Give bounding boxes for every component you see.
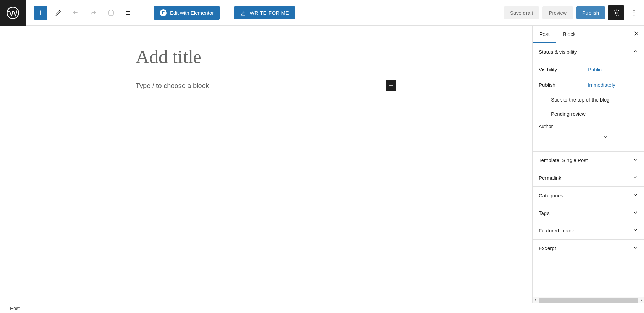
panel-status-body: Visibility Public Publish Immediately St…: [533, 61, 644, 151]
undo-icon: [72, 9, 80, 17]
info-icon: [107, 9, 115, 17]
chevron-down-icon: [632, 227, 638, 234]
kebab-icon: [630, 9, 638, 17]
chevron-down-icon: [632, 157, 638, 163]
visibility-label: Visibility: [539, 67, 588, 72]
editor-canvas: Type / to choose a block: [0, 26, 532, 303]
panel-excerpt[interactable]: Excerpt: [533, 239, 644, 257]
publish-label: Publish: [539, 82, 588, 88]
scroll-thumb[interactable]: [539, 298, 638, 303]
main-area: Type / to choose a block Post Block Stat…: [0, 26, 644, 303]
more-options-button[interactable]: [627, 6, 641, 20]
undo-button[interactable]: [69, 6, 83, 20]
author-select[interactable]: [539, 131, 611, 143]
chevron-down-icon: [632, 192, 638, 199]
redo-button[interactable]: [87, 6, 100, 20]
stick-top-row: Stick to the top of the blog: [539, 92, 638, 107]
pencil-underline-icon: [240, 10, 246, 16]
panel-categories-title: Categories: [539, 193, 563, 198]
list-icon: [125, 9, 132, 17]
default-block-row: Type / to choose a block: [136, 80, 396, 91]
chevron-down-icon: [632, 210, 638, 216]
elementor-icon: E: [160, 9, 167, 16]
svg-point-4: [634, 10, 635, 11]
panel-status-title: Status & visibility: [539, 49, 577, 55]
pending-review-row: Pending review: [539, 107, 638, 121]
write-label: WRITE FOR ME: [250, 10, 289, 16]
gear-icon: [613, 9, 620, 17]
details-button[interactable]: [104, 6, 118, 20]
panel-permalink-title: Permalink: [539, 175, 561, 181]
panel-status-visibility[interactable]: Status & visibility: [533, 43, 644, 61]
elementor-label: Edit with Elementor: [170, 10, 214, 16]
panel-featured-image[interactable]: Featured image: [533, 222, 644, 239]
pencil-icon: [55, 9, 62, 17]
tools-button[interactable]: [51, 6, 65, 20]
chevron-down-icon: [603, 135, 608, 139]
footer-breadcrumb: Post: [0, 303, 644, 313]
svg-point-6: [634, 14, 635, 15]
chevron-down-icon: [632, 175, 638, 181]
chevron-down-icon: [632, 245, 638, 251]
sidebar-horizontal-scrollbar[interactable]: ‹ ›: [533, 297, 644, 303]
visibility-row: Visibility Public: [539, 62, 638, 77]
write-for-me-button[interactable]: WRITE FOR ME: [234, 6, 295, 19]
pending-review-label: Pending review: [551, 111, 586, 117]
panel-excerpt-title: Excerpt: [539, 245, 556, 251]
save-draft-button[interactable]: Save draft: [504, 6, 539, 19]
toolbar-left: E Edit with Elementor WRITE FOR ME: [26, 6, 295, 20]
tab-post[interactable]: Post: [533, 26, 556, 43]
add-block-button[interactable]: [34, 6, 47, 20]
outline-button[interactable]: [122, 6, 135, 20]
scroll-left-arrow[interactable]: ‹: [533, 298, 538, 303]
sidebar-tabs: Post Block: [533, 26, 644, 43]
plus-icon: [37, 9, 44, 17]
post-title-input[interactable]: [136, 39, 396, 73]
svg-point-5: [634, 12, 635, 13]
stick-top-checkbox[interactable]: [539, 96, 546, 103]
save-draft-label: Save draft: [510, 10, 533, 16]
wordpress-logo[interactable]: [0, 0, 26, 26]
chevron-up-icon: [632, 49, 638, 55]
close-sidebar-button[interactable]: [628, 27, 644, 42]
publish-row: Publish Immediately: [539, 77, 638, 92]
panel-tags[interactable]: Tags: [533, 204, 644, 222]
panel-permalink[interactable]: Permalink: [533, 169, 644, 186]
preview-button[interactable]: Preview: [542, 6, 573, 19]
plus-icon: [388, 83, 394, 89]
stick-top-label: Stick to the top of the blog: [551, 97, 609, 103]
panel-categories[interactable]: Categories: [533, 186, 644, 204]
tab-block[interactable]: Block: [556, 26, 582, 43]
block-placeholder-text[interactable]: Type / to choose a block: [136, 82, 386, 90]
panel-template[interactable]: Template: Single Post: [533, 151, 644, 169]
publish-label: Publish: [582, 10, 599, 16]
svg-point-0: [7, 7, 18, 18]
settings-button[interactable]: [608, 5, 624, 20]
pending-review-checkbox[interactable]: [539, 110, 546, 117]
svg-point-3: [615, 12, 617, 14]
settings-sidebar: Post Block Status & visibility Visibilit…: [532, 26, 644, 303]
add-block-inline-button[interactable]: [386, 80, 396, 91]
publish-button[interactable]: Publish: [576, 6, 605, 19]
visibility-value[interactable]: Public: [588, 67, 602, 72]
close-icon: [633, 30, 639, 37]
panel-featured-title: Featured image: [539, 228, 574, 233]
panel-tags-title: Tags: [539, 210, 550, 216]
sidebar-panels: Status & visibility Visibility Public Pu…: [533, 43, 644, 297]
top-toolbar: E Edit with Elementor WRITE FOR ME Save …: [0, 0, 644, 26]
breadcrumb-post[interactable]: Post: [10, 306, 20, 311]
publish-value[interactable]: Immediately: [588, 82, 615, 88]
redo-icon: [90, 9, 97, 17]
preview-label: Preview: [549, 10, 566, 16]
edit-elementor-button[interactable]: E Edit with Elementor: [154, 6, 220, 20]
svg-point-2: [111, 11, 111, 12]
toolbar-right: Save draft Preview Publish: [504, 5, 641, 20]
wordpress-icon: [6, 6, 20, 20]
author-label: Author: [539, 121, 638, 131]
panel-template-title: Template: Single Post: [539, 157, 588, 163]
scroll-right-arrow[interactable]: ›: [639, 298, 644, 303]
